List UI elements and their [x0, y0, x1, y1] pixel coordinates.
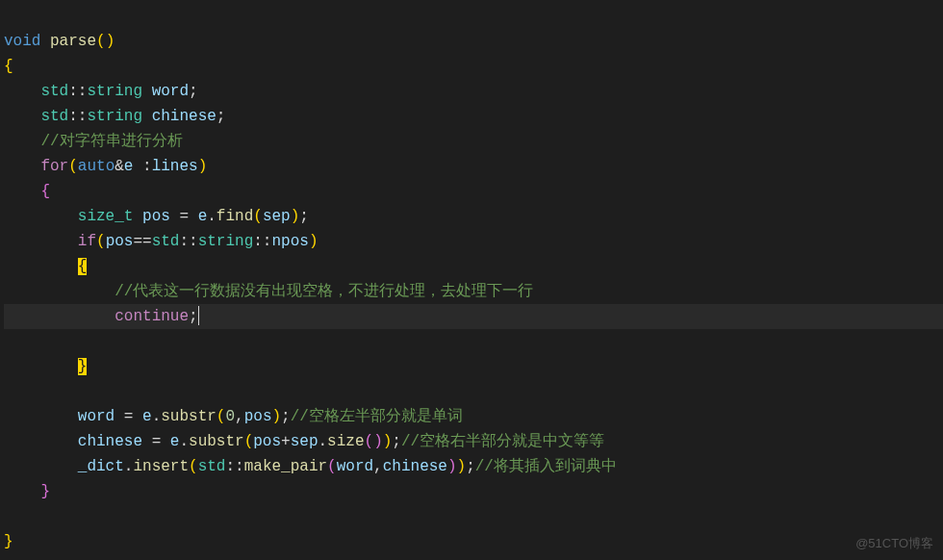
semicolon: ; [299, 208, 309, 225]
code-line-active: continue; [4, 304, 943, 329]
var-pos: pos [133, 208, 179, 225]
paren: ) [309, 233, 319, 250]
code-line: size_t pos = e.find(sep); [4, 208, 309, 225]
dot: . [179, 433, 189, 450]
operator: = [124, 408, 134, 425]
method-substr: substr [161, 408, 217, 425]
code-line: //代表这一行数据没有出现空格，不进行处理，去处理下一行 [4, 283, 533, 300]
var-word: word [78, 408, 124, 425]
keyword-auto: auto [78, 158, 115, 175]
var-sep: sep [291, 433, 319, 450]
brace-open: { [40, 183, 50, 200]
keyword-if: if [78, 233, 96, 250]
var-chinese: chinese [142, 108, 217, 125]
paren: ( [365, 433, 374, 450]
var-pos: pos [106, 233, 134, 250]
dot: . [207, 208, 217, 225]
var-chinese: chinese [78, 433, 152, 450]
paren: ( [244, 433, 254, 450]
var-lines: lines [152, 158, 198, 175]
scope: :: [179, 233, 197, 250]
namespace: std [198, 458, 226, 475]
const-npos: npos [271, 233, 308, 250]
comma: , [373, 458, 383, 475]
paren: ) [291, 208, 300, 225]
code-line: } [4, 533, 13, 550]
paren: ( [96, 233, 106, 250]
dot: . [124, 458, 134, 475]
type-string: string [87, 108, 142, 125]
paren: ) [198, 158, 208, 175]
var-sep: sep [263, 208, 291, 225]
var-pos: pos [244, 408, 272, 425]
operator: = [152, 433, 162, 450]
semicolon: ; [217, 108, 226, 125]
type-string: string [198, 233, 254, 250]
var-dict: _dict [78, 458, 124, 475]
var-e: e [189, 208, 207, 225]
var-e: e [161, 433, 179, 450]
scope: :: [253, 233, 271, 250]
method-find: find [217, 208, 253, 225]
paren: ( [68, 158, 78, 175]
code-line: if(pos==std::string::npos) [4, 233, 318, 250]
keyword-continue: continue [115, 308, 189, 325]
code-line: void parse() [4, 33, 115, 50]
brace-open-active: { [78, 258, 88, 275]
semicolon: ; [189, 83, 198, 100]
comment: //空格左半部分就是单词 [291, 408, 463, 425]
operator: = [179, 208, 189, 225]
comment: //空格右半部分就是中文等等 [401, 433, 604, 450]
operator: & [115, 158, 124, 175]
code-line: std::string chinese; [4, 108, 225, 125]
paren: ) [447, 458, 457, 475]
semicolon: ; [466, 458, 475, 475]
code-line: { [4, 183, 50, 200]
namespace: std [152, 233, 180, 250]
paren: ) [383, 433, 393, 450]
scope: :: [68, 108, 87, 125]
code-line: } [4, 483, 50, 500]
paren: ) [457, 458, 467, 475]
code-editor[interactable]: void parse() { std::string word; std::st… [0, 4, 943, 554]
semicolon: ; [189, 308, 198, 325]
colon: : [142, 158, 152, 175]
method-substr: substr [189, 433, 244, 450]
comment: //对字符串进行分析 [40, 133, 182, 150]
comment: //将其插入到词典中 [475, 458, 617, 475]
dot: . [319, 433, 328, 450]
text-cursor [198, 306, 199, 325]
code-line: { [4, 58, 13, 75]
dot: . [152, 408, 162, 425]
brace-close: } [40, 483, 50, 500]
type-sizet: size_t [78, 208, 134, 225]
code-line: chinese = e.substr(pos+sep.size());//空格右… [4, 433, 604, 450]
operator: + [281, 433, 291, 450]
code-line: word = e.substr(0,pos);//空格左半部分就是单词 [4, 408, 463, 425]
comma: , [235, 408, 244, 425]
brace-close-active: } [78, 358, 88, 375]
code-line: //对字符串进行分析 [4, 133, 183, 150]
paren: ) [272, 408, 282, 425]
scope: :: [225, 458, 243, 475]
paren: ( [189, 458, 198, 475]
code-line: { [4, 258, 87, 275]
paren: ) [373, 433, 383, 450]
func-makepair: make_pair [244, 458, 327, 475]
code-line: _dict.insert(std::make_pair(word,chinese… [4, 458, 617, 475]
semicolon: ; [281, 408, 291, 425]
keyword-void: void [4, 33, 40, 50]
watermark: @51CTO博客 [855, 535, 933, 552]
code-line: std::string word; [4, 83, 198, 100]
method-insert: insert [133, 458, 189, 475]
code-line: } [4, 358, 87, 375]
comment: //代表这一行数据没有出现空格，不进行处理，去处理下一行 [115, 283, 533, 300]
type-string: string [87, 83, 142, 100]
scope: :: [68, 83, 87, 100]
code-line: for(auto&e :lines) [4, 158, 207, 175]
paren: ( [327, 458, 337, 475]
var-chinese: chinese [383, 458, 447, 475]
var-e: e [133, 408, 151, 425]
paren: () [96, 33, 115, 50]
method-size: size [327, 433, 364, 450]
